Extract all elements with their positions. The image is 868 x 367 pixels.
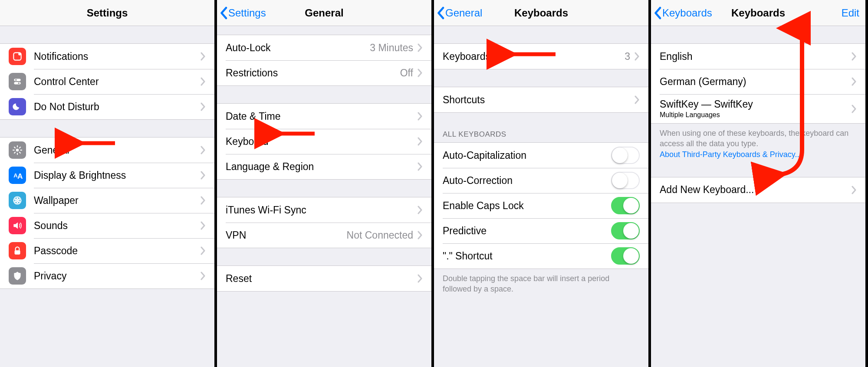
privacy-link[interactable]: About Third-Party Keyboards & Privacy... xyxy=(660,150,801,159)
chevron-right-icon xyxy=(852,52,857,61)
do-not-disturb-icon xyxy=(9,98,26,115)
predictive-toggle[interactable] xyxy=(611,222,640,239)
auto-cap-cell: Auto-Capitalization xyxy=(434,143,648,168)
section-header: ALL KEYBOARDS xyxy=(434,130,648,142)
chevron-right-icon xyxy=(201,77,206,86)
notifications-cell[interactable]: Notifications xyxy=(0,44,214,69)
wallpaper-cell[interactable]: Wallpaper xyxy=(0,188,214,213)
svg-line-11 xyxy=(14,147,15,148)
group-all-keyboards: ALL KEYBOARDS Auto-CapitalizationAuto-Co… xyxy=(434,130,648,295)
cell-label: iTunes Wi-Fi Sync xyxy=(226,204,418,216)
edit-button[interactable]: Edit xyxy=(842,0,859,26)
privacy-cell[interactable]: Privacy xyxy=(0,263,214,288)
keyboard-cell[interactable]: Keyboard xyxy=(217,129,431,154)
svg-line-12 xyxy=(19,152,20,153)
svg-text:A: A xyxy=(17,172,23,180)
group: Shortcuts xyxy=(434,87,648,113)
navbar: General Keyboards xyxy=(434,0,648,26)
chevron-right-icon xyxy=(852,105,857,113)
cell-label: General xyxy=(34,144,201,156)
cell-label: Display & Brightness xyxy=(34,170,201,181)
cell-label: Auto-Lock xyxy=(226,42,370,54)
cell-label: Notifications xyxy=(34,51,201,62)
cell-label: Predictive xyxy=(443,225,611,237)
chevron-right-icon xyxy=(201,52,206,61)
cell-label: Passcode xyxy=(34,245,201,257)
dot-shortcut-toggle[interactable] xyxy=(611,247,640,265)
caps-lock-toggle[interactable] xyxy=(611,197,640,214)
cell-label: Auto-Capitalization xyxy=(443,150,611,161)
language-cell[interactable]: Language & Region xyxy=(217,154,431,179)
sounds-cell[interactable]: Sounds xyxy=(0,213,214,238)
dot-shortcut-cell: "." Shortcut xyxy=(434,243,648,269)
keyboards-count-cell[interactable]: Keyboards3 xyxy=(434,44,648,69)
display-icon: AA xyxy=(9,167,26,184)
auto-correct-toggle[interactable] xyxy=(611,172,640,189)
section-footer: When using one of these keyboards, the k… xyxy=(651,124,865,160)
chevron-right-icon xyxy=(852,186,857,194)
cell-label: Shortcuts xyxy=(443,94,635,106)
chevron-right-icon xyxy=(418,137,423,146)
kb-swiftkey-cell[interactable]: SwiftKey — SwiftKeyMultiple Languages xyxy=(651,94,865,123)
cell-label: Date & Time xyxy=(226,111,418,122)
chevron-right-icon xyxy=(201,102,206,111)
svg-point-1 xyxy=(18,52,21,56)
chevron-right-icon xyxy=(201,221,206,230)
section-footer: Double tapping the space bar will insert… xyxy=(434,269,648,295)
itunes-sync-cell[interactable]: iTunes Wi-Fi Sync xyxy=(217,197,431,223)
chevron-right-icon xyxy=(418,112,423,121)
chevron-left-icon xyxy=(220,7,227,20)
notifications-icon xyxy=(9,48,26,65)
chevron-right-icon xyxy=(418,162,423,171)
group-general: GeneralAADisplay & BrightnessWallpaperSo… xyxy=(0,137,214,289)
add-keyboard-cell[interactable]: Add New Keyboard... xyxy=(651,177,865,203)
cell-label: Restrictions xyxy=(226,67,400,79)
back-button[interactable]: Keyboards xyxy=(654,0,712,26)
passcode-cell[interactable]: Passcode xyxy=(0,238,214,263)
shortcuts-cell[interactable]: Shortcuts xyxy=(434,87,648,112)
back-button[interactable]: Settings xyxy=(220,0,266,26)
cell-label: VPN xyxy=(226,229,347,241)
restrictions-cell[interactable]: RestrictionsOff xyxy=(217,60,431,85)
auto-cap-toggle[interactable] xyxy=(611,147,640,164)
cell-sublabel: Multiple Languages xyxy=(660,111,852,119)
cell-value: Not Connected xyxy=(347,229,413,241)
group-add-keyboard: Add New Keyboard... xyxy=(651,177,865,203)
predictive-cell: Predictive xyxy=(434,218,648,243)
display-cell[interactable]: AADisplay & Brightness xyxy=(0,163,214,188)
footer-text: When using one of these keyboards, the k… xyxy=(660,129,848,148)
general-icon xyxy=(9,141,26,159)
navbar: Settings General xyxy=(217,0,431,26)
cell-value: Off xyxy=(400,67,413,79)
general-cell[interactable]: General xyxy=(0,138,214,163)
kb-english-cell[interactable]: English xyxy=(651,44,865,69)
chevron-right-icon xyxy=(852,77,857,86)
nav-title: Settings xyxy=(87,7,128,19)
cell-label: German (Germany) xyxy=(660,76,852,88)
kb-german-cell[interactable]: German (Germany) xyxy=(651,69,865,94)
cell-label: SwiftKey — SwiftKey xyxy=(660,98,852,110)
reset-cell[interactable]: Reset xyxy=(217,266,431,291)
do-not-disturb-cell[interactable]: Do Not Disturb xyxy=(0,94,214,119)
chevron-right-icon xyxy=(418,231,423,239)
auto-lock-cell[interactable]: Auto-Lock3 Minutes xyxy=(217,35,431,60)
vpn-cell[interactable]: VPNNot Connected xyxy=(217,223,431,248)
cell-label: Language & Region xyxy=(226,161,418,173)
group: iTunes Wi-Fi SyncVPNNot Connected xyxy=(217,197,431,248)
cell-label: "." Shortcut xyxy=(443,250,611,262)
cell-label: Privacy xyxy=(34,270,201,282)
wallpaper-icon xyxy=(9,192,26,209)
edit-label: Edit xyxy=(842,7,859,19)
chevron-right-icon xyxy=(201,272,206,280)
chevron-right-icon xyxy=(418,69,423,77)
back-label: Settings xyxy=(228,7,266,19)
back-button[interactable]: General xyxy=(437,0,482,26)
navbar: Settings xyxy=(0,0,214,26)
date-time-cell[interactable]: Date & Time xyxy=(217,104,431,129)
svg-rect-22 xyxy=(15,250,20,255)
chevron-right-icon xyxy=(418,43,423,52)
cell-label: English xyxy=(660,51,852,62)
back-label: General xyxy=(445,7,482,19)
control-center-cell[interactable]: Control Center xyxy=(0,69,214,94)
cell-label: Enable Caps Lock xyxy=(443,200,611,212)
